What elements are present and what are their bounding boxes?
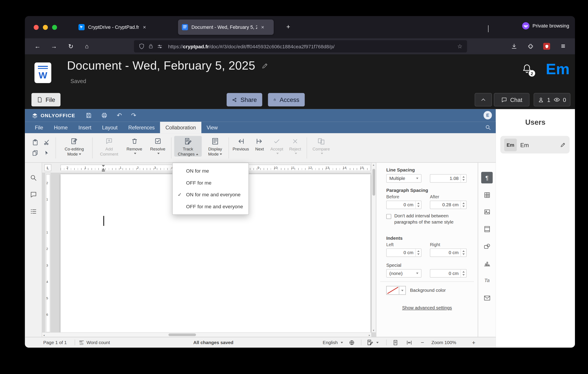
spellcheck-globe-icon[interactable] [349,337,355,348]
tab-cryptdrive[interactable]: CryptDrive - CryptPad.fr × [75,20,172,35]
spinner-arrows[interactable] [415,201,421,209]
zoom-in-button[interactable]: + [472,337,475,348]
back-icon[interactable]: ← [32,41,43,52]
print-icon[interactable] [101,112,107,119]
resolve-button[interactable]: Resolve [147,136,168,154]
window-close-button[interactable] [34,25,39,30]
scroll-left-icon[interactable]: ◂ [43,334,44,337]
tab-view[interactable]: View [201,122,223,133]
navigation-panel-icon[interactable] [29,207,37,216]
user-list-item[interactable]: Em Em [500,136,570,153]
paste-icon[interactable] [30,137,41,148]
shape-settings-icon[interactable] [481,240,493,252]
word-count-toggle[interactable]: 123 Word count [78,337,110,348]
interval-checkbox[interactable] [386,214,391,219]
share-button[interactable]: Share [227,93,262,106]
zoom-out-button[interactable]: − [421,337,424,348]
special-spinner[interactable]: 0 cm [430,269,467,278]
editor-user-avatar[interactable]: E [483,111,492,119]
edit-name-pencil-icon[interactable] [560,142,566,147]
editor-search-icon[interactable] [485,125,491,131]
spinner-arrows[interactable] [461,175,466,182]
line-spacing-select[interactable]: Multiple [386,174,421,183]
previous-change-button[interactable]: Previous [231,136,251,152]
permissions-icon[interactable] [157,43,163,49]
special-select[interactable]: (none) [386,269,421,278]
save-icon[interactable] [85,112,92,119]
undo-icon[interactable]: ↶ [117,112,122,119]
tab-close-icon[interactable]: × [143,25,146,30]
tab-collaboration[interactable]: Collaboration [160,122,201,133]
tab-layout[interactable]: Layout [97,122,123,133]
scroll-right-icon[interactable]: ▸ [369,334,370,337]
remove-button[interactable]: Remove [124,136,145,154]
indent-left-spinner[interactable]: 0 cm [386,248,421,257]
redo-icon[interactable]: ↷ [131,112,136,119]
menu-item-off-for-me[interactable]: OFF for me [173,177,248,189]
tab-insert[interactable]: Insert [73,122,97,133]
chat-button[interactable]: Chat [494,93,529,106]
header-footer-settings-icon[interactable] [481,223,493,235]
horizontal-scroll-thumb[interactable] [168,333,196,336]
copy-icon[interactable] [30,148,41,158]
advanced-settings-link[interactable]: Show advanced settings [376,305,478,311]
next-change-button[interactable]: Next [252,136,267,152]
spinner-arrows[interactable] [461,270,466,277]
home-icon[interactable]: ⌂ [81,41,93,52]
extensions-puzzle-icon[interactable] [525,41,536,52]
new-tab-button[interactable]: + [283,22,293,32]
fit-page-icon[interactable] [392,337,399,348]
coediting-mode-button[interactable]: Co-editing Mode [60,136,88,156]
url-bar[interactable]: https://cryptpad.fr/doc/#/3/doc/edit/ff0… [134,40,467,52]
textart-settings-icon[interactable]: Ta [481,274,493,286]
menu-hamburger-icon[interactable]: ≡ [557,41,569,52]
first-line-indent-marker[interactable] [102,165,105,167]
background-color-dropdown[interactable] [399,286,406,295]
window-zoom-button[interactable] [52,25,57,30]
user-avatar-text[interactable]: Em [546,61,570,78]
file-button[interactable]: File [32,93,61,106]
image-settings-icon[interactable] [481,206,493,218]
tab-home[interactable]: Home [49,122,73,133]
notifications-bell-icon[interactable]: 2 [522,63,532,75]
select-all-icon[interactable] [41,148,52,158]
spinner-arrows[interactable] [461,249,466,257]
paragraph-settings-icon[interactable]: ¶ [481,172,493,183]
left-indent-marker[interactable] [102,170,105,171]
hanging-indent-marker[interactable] [102,168,105,170]
menu-item-on-for-everyone[interactable]: ✓ ON for me and everyone [173,189,248,201]
spacing-before-spinner[interactable]: 0 cm [386,200,421,209]
fit-width-icon[interactable] [406,337,412,348]
spinner-arrows[interactable] [415,249,421,257]
bookmark-star-icon[interactable]: ☆ [457,43,462,50]
tab-references[interactable]: References [123,122,160,133]
ublock-icon[interactable] [541,41,552,52]
line-spacing-spinner[interactable]: 1.08 [430,174,467,183]
tab-document[interactable]: Document - Wed, February 5, 2025 × [178,20,274,35]
language-selector[interactable]: English [323,337,343,348]
forward-icon[interactable]: → [48,41,60,52]
users-count-button[interactable]: 1 0 [534,93,570,106]
track-changes-status-icon[interactable] [367,337,379,348]
horizontal-scrollbar[interactable]: ◂ ▸ [42,332,371,337]
access-button[interactable]: Access [268,93,305,106]
tracking-shield-icon[interactable] [138,43,145,49]
spinner-arrows[interactable] [461,201,466,209]
display-mode-button[interactable]: Display Mode [204,136,226,156]
indent-right-spinner[interactable]: 0 cm [430,248,467,257]
list-all-tabs-icon[interactable] [488,25,489,32]
downloads-icon[interactable] [508,41,520,52]
tab-stop-selector[interactable]: L [44,164,51,171]
menu-item-on-for-me[interactable]: ON for me [173,165,248,177]
tab-file[interactable]: File [30,122,49,133]
comments-panel-icon[interactable] [29,190,37,199]
scroll-up-icon[interactable]: ▴ [373,164,374,166]
window-minimize-button[interactable] [43,25,48,30]
table-settings-icon[interactable] [481,189,493,201]
mail-merge-icon[interactable] [481,292,493,303]
rename-pencil-icon[interactable] [262,62,268,69]
spacing-after-spinner[interactable]: 0.28 cm [430,200,467,209]
cut-icon[interactable] [41,137,52,148]
reload-icon[interactable]: ↻ [65,41,77,52]
track-changes-button[interactable]: Track Changes [174,136,202,156]
